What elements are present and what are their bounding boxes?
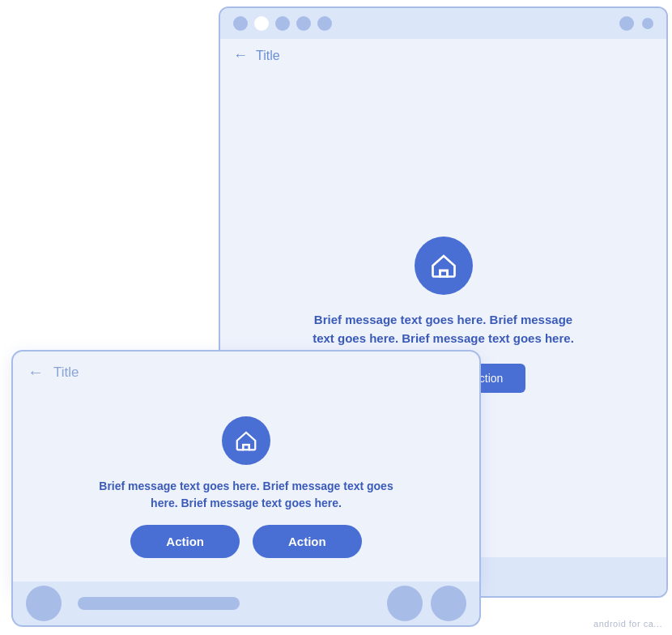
front-panel-content: Brief message text goes here. Brief mess… <box>13 388 479 591</box>
home-icon-container <box>415 237 473 295</box>
watermark: android for ca... <box>593 619 662 629</box>
front-home-icon <box>234 428 258 453</box>
nav-pill <box>78 597 240 610</box>
nav-dot-left <box>26 586 62 621</box>
svg-rect-1 <box>243 445 249 450</box>
nav-dot-right-1 <box>387 586 423 621</box>
status-bar <box>220 8 666 39</box>
status-dot-4 <box>296 16 311 31</box>
back-arrow-icon[interactable]: ← <box>233 47 248 64</box>
status-dot-5 <box>317 16 332 31</box>
status-dot-1 <box>233 16 248 31</box>
front-panel-nav-bar <box>11 582 481 627</box>
back-panel-toolbar: ← Title <box>220 39 666 72</box>
nav-dot-right-2 <box>431 586 466 621</box>
svg-rect-0 <box>440 271 447 277</box>
front-screen: ← Title Brief message text goes here. Br… <box>11 350 481 593</box>
home-icon <box>429 251 458 280</box>
status-dot-3 <box>275 16 290 31</box>
status-dots-left <box>233 16 332 31</box>
nav-dots-right <box>387 586 466 621</box>
front-panel-actions: Action Action <box>130 525 361 558</box>
front-panel-action1-button[interactable]: Action <box>130 525 240 558</box>
status-dot-right-1 <box>619 16 634 31</box>
back-panel-title: Title <box>256 49 280 63</box>
front-panel-toolbar: ← Title <box>13 352 479 388</box>
status-dots-right <box>619 16 653 31</box>
front-home-icon-container <box>222 416 270 465</box>
front-panel-title: Title <box>53 364 79 381</box>
status-dot-right-2 <box>642 18 653 29</box>
front-back-arrow-icon[interactable]: ← <box>28 363 44 381</box>
status-dot-2 <box>254 16 269 31</box>
front-panel-message: Brief message text goes here. Brief mess… <box>84 478 408 512</box>
back-panel-message: Brief message text goes here. Brief mess… <box>306 311 581 347</box>
front-panel-action2-button[interactable]: Action <box>253 525 362 558</box>
